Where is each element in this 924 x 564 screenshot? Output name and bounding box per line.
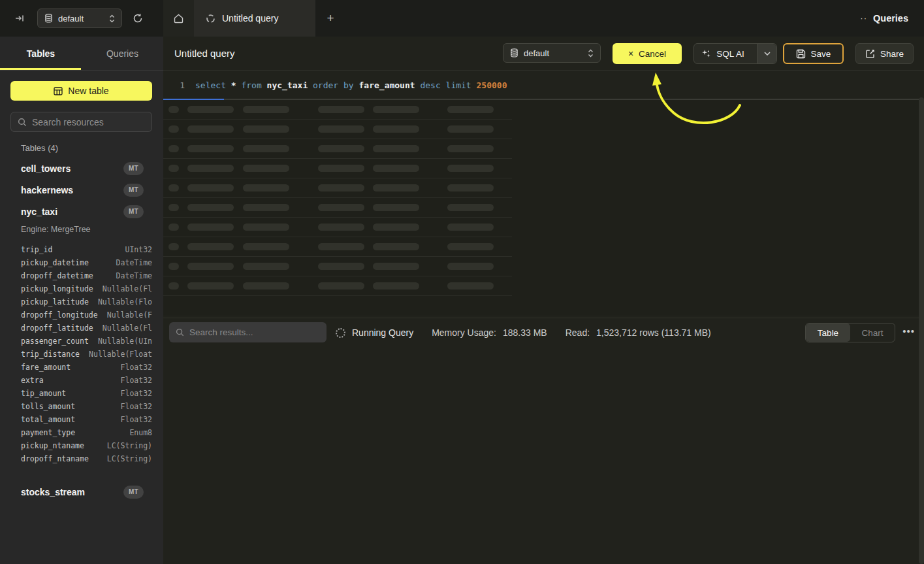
column-name: dropoff_ntaname — [21, 454, 89, 463]
table-item-nyc_taxi[interactable]: nyc_taxiMT — [0, 201, 163, 222]
skeleton-pill — [187, 263, 234, 270]
sql-token — [471, 80, 477, 90]
skeleton-pill — [168, 282, 179, 290]
skeleton-row — [163, 100, 512, 120]
save-label: Save — [811, 49, 831, 59]
column-type: Float32 — [121, 376, 152, 385]
skeleton-pill — [168, 184, 179, 191]
column-type: Float32 — [121, 402, 152, 411]
sql-ai-main[interactable]: SQL AI — [694, 44, 752, 63]
sql-token: desc — [420, 80, 440, 90]
column-type: DateTime — [116, 271, 152, 280]
table-item-cell_towers[interactable]: cell_towersMT — [0, 158, 163, 179]
toggle-table[interactable]: Table — [806, 323, 850, 342]
close-icon: × — [628, 48, 633, 59]
new-table-button[interactable]: New table — [10, 81, 152, 101]
database-icon — [510, 48, 518, 58]
sql-token: fare_amount — [359, 80, 415, 90]
sql-ai-dropdown-caret[interactable] — [757, 44, 776, 63]
skeleton-row — [163, 237, 512, 257]
column-name: payment_type — [21, 428, 75, 437]
skeleton-pill — [373, 224, 419, 231]
database-selector[interactable]: default — [37, 8, 122, 28]
skeleton-pill — [447, 165, 494, 172]
column-name: dropoff_latitude — [21, 323, 93, 333]
sql-token: order — [313, 80, 338, 90]
column-name: tip_amount — [21, 389, 66, 398]
sidebar-tabs: Tables Queries — [0, 37, 163, 71]
table-item-stocks_stream[interactable]: stocks_streamMT — [0, 481, 163, 503]
skeleton-pill — [447, 145, 494, 152]
column-row: tolls_amountFloat32 — [0, 400, 163, 413]
clickhouse-sql-console: default — [0, 0, 924, 564]
query-database-selector[interactable]: default — [503, 43, 601, 63]
results-menu-button[interactable]: ••• — [902, 325, 915, 337]
skeleton-pill — [318, 165, 364, 172]
cancel-query-button[interactable]: × Cancel — [613, 43, 682, 64]
column-type: Float32 — [121, 415, 152, 424]
toggle-chart[interactable]: Chart — [850, 323, 895, 342]
sql-token — [262, 80, 267, 90]
top-bar-left: default — [0, 0, 163, 37]
skeleton-pill — [243, 165, 289, 172]
sidebar-tab-queries[interactable]: Queries — [82, 37, 163, 70]
skeleton-pill — [447, 106, 494, 113]
sidebar-tab-tables[interactable]: Tables — [0, 37, 82, 70]
loading-spinner-icon — [336, 328, 345, 338]
column-name: dropoff_datetime — [21, 271, 93, 280]
sql-token: nyc_taxi — [267, 80, 308, 90]
skeleton-pill — [447, 125, 494, 133]
skeleton-pill — [373, 263, 419, 270]
save-button[interactable]: Save — [783, 43, 844, 64]
home-button[interactable] — [163, 0, 194, 37]
skeleton-pill — [318, 184, 364, 191]
column-row: dropoff_ntanameLC(String) — [0, 452, 163, 465]
skeleton-pill — [187, 106, 234, 113]
skeleton-pill — [447, 282, 494, 290]
skeleton-pill — [318, 224, 364, 231]
refresh-icon[interactable] — [127, 8, 148, 29]
column-type: Nullable(UIn — [98, 337, 152, 346]
query-toolbar: Untitled query default — [163, 37, 924, 71]
skeleton-pill — [318, 263, 364, 270]
sql-token — [338, 80, 343, 90]
sidebar-search-input[interactable] — [32, 117, 150, 127]
column-row: trip_distanceNullable(Float — [0, 348, 163, 361]
skeleton-pill — [168, 204, 179, 211]
skeleton-pill — [187, 243, 234, 250]
column-name: fare_amount — [21, 363, 71, 372]
sql-token: 250000 — [477, 80, 507, 90]
column-row: fare_amountFloat32 — [0, 361, 163, 374]
table-name: stocks_stream — [21, 487, 123, 497]
column-type: DateTime — [116, 258, 152, 267]
query-database-value: default — [524, 48, 582, 58]
skeleton-pill — [168, 243, 179, 250]
new-tab-button[interactable]: + — [315, 0, 345, 37]
column-type: Nullable(Fl — [103, 323, 152, 333]
memory-usage-label: Memory Usage: — [432, 327, 496, 338]
skeleton-pill — [243, 282, 289, 290]
results-search[interactable] — [169, 322, 327, 342]
skeleton-pill — [187, 224, 234, 231]
tables-list: cell_towersMThackernewsMTnyc_taxiMTEngin… — [0, 158, 163, 503]
skeleton-pill — [187, 204, 234, 211]
search-icon — [176, 328, 184, 337]
column-name: passenger_count — [21, 337, 89, 346]
table-item-hackernews[interactable]: hackernewsMT — [0, 179, 163, 201]
column-row: passenger_countNullable(UIn — [0, 335, 163, 348]
results-scrollbar[interactable] — [919, 97, 924, 564]
sidebar-search[interactable] — [10, 112, 152, 132]
column-name: pickup_longitude — [21, 284, 93, 293]
collapse-sidebar-icon[interactable] — [9, 8, 30, 29]
engine-badge: MT — [123, 486, 144, 499]
share-button[interactable]: Share — [855, 43, 914, 64]
column-name: pickup_latitude — [21, 297, 89, 307]
sql-ai-button[interactable]: SQL AI — [693, 43, 777, 64]
tab-untitled-query[interactable]: Untitled query — [194, 0, 315, 37]
query-title: Untitled query — [174, 48, 235, 59]
skeleton-pill — [373, 145, 419, 152]
sql-token — [441, 80, 446, 90]
skeleton-pill — [168, 224, 179, 231]
results-search-input[interactable] — [189, 327, 320, 337]
queries-shortcut[interactable]: ·· Queries — [860, 0, 908, 37]
